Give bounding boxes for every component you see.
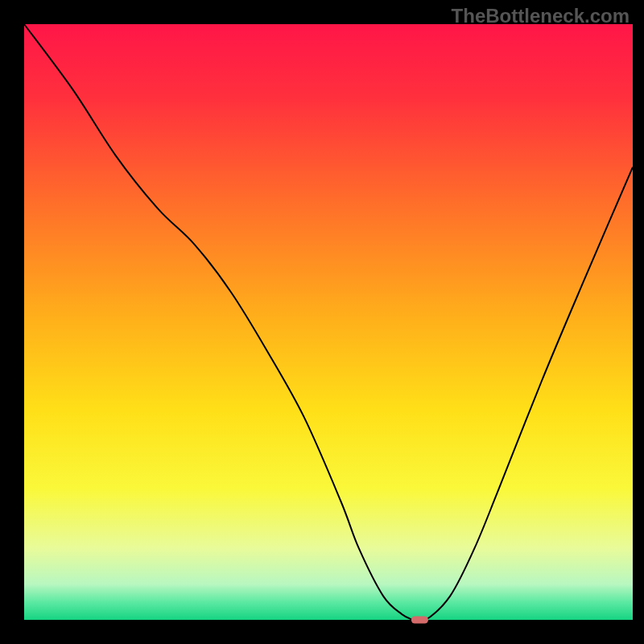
marker-optimal-point — [411, 617, 428, 624]
bottleneck-chart — [0, 0, 644, 644]
watermark-text: TheBottleneck.com — [452, 5, 630, 27]
chart-plot-area — [24, 24, 633, 620]
chart-svg — [0, 0, 644, 644]
